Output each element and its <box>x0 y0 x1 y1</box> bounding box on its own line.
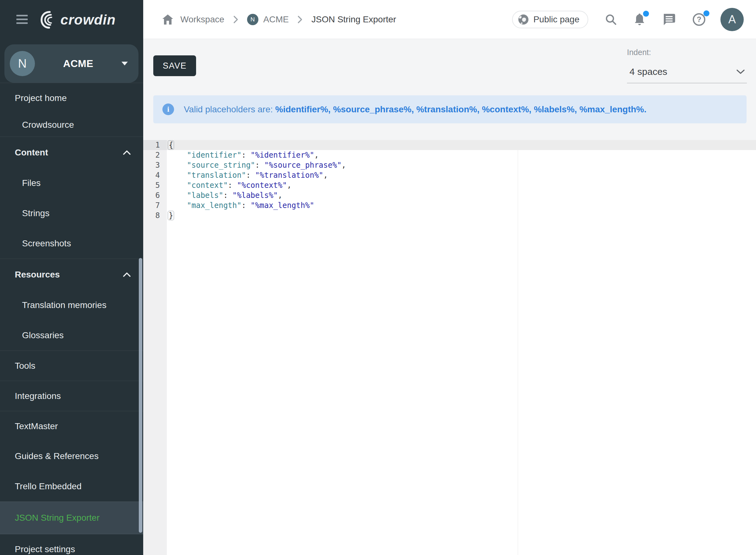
sidebar-item-project-home[interactable]: Project home <box>0 83 143 113</box>
sidebar-item-label: Project settings <box>15 544 75 554</box>
sidebar-item-label: Trello Embedded <box>15 481 82 492</box>
code-line-8: } <box>167 211 756 220</box>
notifications-bell-icon[interactable] <box>634 13 645 26</box>
sidebar-item-label: Tools <box>15 361 35 371</box>
line-number: 7 <box>143 201 167 211</box>
sidebar-item-label: Screenshots <box>22 239 71 249</box>
breadcrumb: Workspace N ACME JSON String Exporter <box>162 14 396 25</box>
sidebar-item-guides-references[interactable]: Guides & References <box>0 441 143 471</box>
sidebar-item-label: Integrations <box>15 391 61 401</box>
chevron-down-icon <box>122 62 128 66</box>
sidebar-item-label: Glossaries <box>22 330 64 340</box>
sidebar-item-label: Translation memories <box>22 300 107 310</box>
notification-badge <box>643 11 649 17</box>
code-line-3: "source_string": "%source_phrase%", <box>167 160 756 170</box>
sidebar-item-label: Files <box>22 178 41 188</box>
editor-code-area[interactable]: { "identifier": "%identifier%", "source_… <box>167 140 756 555</box>
line-number: 4 <box>143 170 167 180</box>
sidebar-header: crowdin <box>0 0 143 40</box>
indent-selected-value: 4 spaces <box>627 67 667 77</box>
sidebar-item-resources[interactable]: Resources <box>0 259 143 290</box>
sidebar-item-integrations[interactable]: Integrations <box>0 381 143 411</box>
sidebar-item-label: Strings <box>22 208 49 218</box>
sidebar-item-strings[interactable]: Strings <box>0 198 143 228</box>
sidebar-item-json-string-exporter[interactable]: JSON String Exporter <box>0 502 143 534</box>
chevron-up-icon <box>123 272 131 277</box>
line-number: 2 <box>143 150 167 160</box>
code-line-6: "labels": "%labels%", <box>167 190 756 201</box>
help-icon[interactable]: ? <box>692 12 706 27</box>
editor-gutter: 12345678 <box>143 140 167 555</box>
sidebar-scrollbar[interactable] <box>139 258 142 533</box>
chevron-right-icon <box>297 15 302 24</box>
crowdin-logo[interactable]: crowdin <box>38 9 116 30</box>
sidebar-item-textmaster[interactable]: TextMaster <box>0 411 143 441</box>
placeholders-info-banner: i Valid placeholders are: %identifier%, … <box>153 95 747 123</box>
sidebar-item-crowdsource[interactable]: Crowdsource <box>0 113 143 136</box>
line-number: 3 <box>143 160 167 170</box>
svg-text:?: ? <box>697 15 702 24</box>
line-number: 1 <box>143 140 167 150</box>
placeholder-token: %labels%, <box>534 104 577 114</box>
line-number: 5 <box>143 180 167 190</box>
code-line-1: { <box>167 140 756 150</box>
chevron-up-icon <box>123 151 131 155</box>
breadcrumb-project-label: ACME <box>263 14 289 25</box>
sidebar-nav-list: Project homeCrowdsourceContentFilesStrin… <box>0 83 143 555</box>
chevron-down-icon <box>736 69 745 74</box>
breadcrumb-current-page: JSON String Exporter <box>311 14 396 25</box>
help-badge <box>704 10 709 16</box>
project-badge: N <box>247 14 258 25</box>
placeholder-token: %source_phrase%, <box>333 104 414 114</box>
info-icon: i <box>162 103 174 115</box>
indent-label: Indent: <box>627 48 747 57</box>
sidebar-item-label: TextMaster <box>15 421 58 431</box>
sidebar-item-label: Crowdsource <box>22 120 74 130</box>
code-editor[interactable]: 12345678 { "identifier": "%identifier%",… <box>143 140 756 555</box>
code-line-7: "max_length": "%max_length%" <box>167 201 756 211</box>
breadcrumb-project[interactable]: N ACME <box>247 14 289 25</box>
public-page-label: Public page <box>534 14 580 25</box>
line-number: 8 <box>143 211 167 220</box>
hamburger-menu-icon[interactable] <box>16 15 28 24</box>
sidebar-item-label: Resources <box>15 270 60 280</box>
sidebar-item-tools[interactable]: Tools <box>0 350 143 381</box>
banner-text: Valid placeholders are: %identifier%, %s… <box>184 104 646 115</box>
search-icon[interactable] <box>604 13 617 26</box>
top-header: Workspace N ACME JSON String Exporter <box>143 0 756 39</box>
project-name: ACME <box>35 58 122 70</box>
sidebar-item-trello-embedded[interactable]: Trello Embedded <box>0 471 143 502</box>
breadcrumb-workspace[interactable]: Workspace <box>180 14 224 25</box>
sidebar-item-translation-memories[interactable]: Translation memories <box>0 290 143 320</box>
sidebar-item-label: Project home <box>15 93 67 103</box>
crowdin-logo-text: crowdin <box>60 12 116 28</box>
public-page-button[interactable]: Public page <box>512 11 588 28</box>
globe-icon <box>518 14 529 25</box>
indent-select[interactable]: 4 spaces <box>627 61 747 83</box>
project-avatar: N <box>10 51 35 76</box>
placeholder-token: %translation%, <box>416 104 480 114</box>
sidebar-item-content[interactable]: Content <box>0 136 143 168</box>
sidebar-item-label: Content <box>15 147 48 158</box>
code-line-4: "translation": "%translation%", <box>167 170 756 180</box>
code-line-5: "context": "%context%", <box>167 180 756 190</box>
crowdin-app: crowdin N ACME Project homeCrowdsourceCo… <box>0 0 756 555</box>
sidebar-item-files[interactable]: Files <box>0 168 143 198</box>
project-selector[interactable]: N ACME <box>4 44 138 83</box>
sidebar-item-label: JSON String Exporter <box>15 513 99 523</box>
chevron-right-icon <box>233 15 238 24</box>
placeholder-token: %max_length%. <box>580 104 646 114</box>
placeholder-token: %identifier%, <box>276 104 331 114</box>
crowdin-logo-icon <box>38 10 58 30</box>
sidebar-item-project-settings[interactable]: Project settings <box>0 534 143 555</box>
save-button[interactable]: SAVE <box>153 55 196 76</box>
sidebar-item-screenshots[interactable]: Screenshots <box>0 228 143 259</box>
sidebar-item-glossaries[interactable]: Glossaries <box>0 320 143 350</box>
home-icon[interactable] <box>162 14 173 25</box>
messages-icon[interactable] <box>662 12 676 27</box>
line-number: 6 <box>143 190 167 201</box>
placeholder-token: %context%, <box>482 104 531 114</box>
user-avatar[interactable]: A <box>720 8 744 31</box>
sidebar: crowdin N ACME Project homeCrowdsourceCo… <box>0 0 143 555</box>
code-line-2: "identifier": "%identifier%", <box>167 150 756 160</box>
